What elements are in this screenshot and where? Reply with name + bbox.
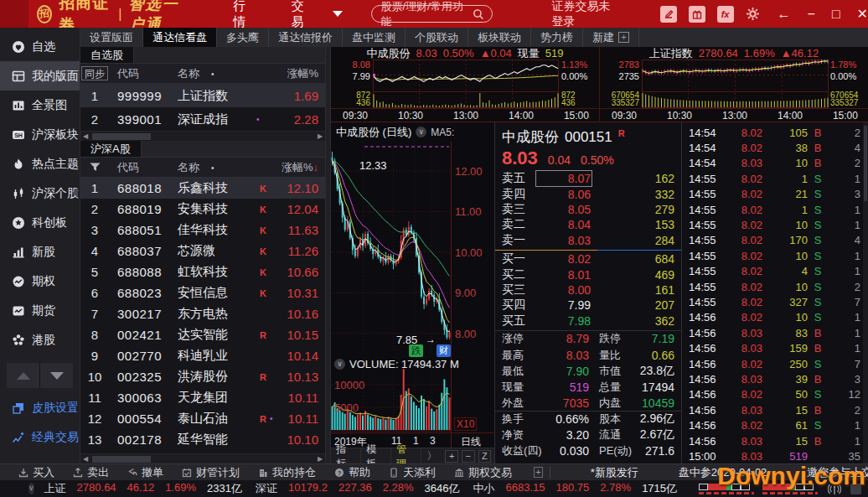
notice-new-issues[interactable]: *新股发行 <box>591 465 638 480</box>
sidebar-item-panorama[interactable]: 全景图 <box>0 91 80 120</box>
stock-row[interactable]: 8 002421 达实智能 R 10.15 <box>80 324 325 345</box>
sidebar-item-hot-themes[interactable]: 热点主题 <box>0 149 80 179</box>
notice-midday-ref[interactable]: 盘中参2020-04-02 <box>679 465 767 480</box>
tick-row[interactable]: 14:54 8.02 105 B 2 <box>682 125 864 140</box>
minimize-button[interactable]: − <box>808 7 815 22</box>
minichart-zhongcheng[interactable]: 中成股份 8.03 0.50% ▲0.04 现量 519 8.08 7.99 8… <box>331 47 599 122</box>
scroll-right-icon[interactable]: ▶ <box>315 455 325 463</box>
layout-tab[interactable]: 盘中监测 <box>343 28 406 47</box>
scroll-thumb[interactable] <box>864 126 867 201</box>
stock-row[interactable]: 4 688037 芯源微 K 11.26 <box>80 241 325 261</box>
tick-row[interactable]: 14:56 8.02 250 S 7 <box>682 356 864 371</box>
edit-icon[interactable] <box>660 6 677 23</box>
col-change[interactable]: 涨幅% <box>261 66 325 81</box>
tick-row[interactable]: 14:55 8.02 170 S 4 <box>682 233 864 248</box>
tool-templates[interactable]: 模板 <box>361 448 391 464</box>
sidebar-item-my-layout[interactable]: 我的版面 <box>0 61 80 91</box>
tick-row[interactable]: 14:55 8.02 10 S 2 <box>682 279 864 294</box>
scroll-down-button[interactable] <box>40 363 73 388</box>
tick-row[interactable]: 15:00 8.03 519 35 <box>682 448 864 463</box>
index-shenzhen[interactable]: 深证10179.2227.362.28%3646亿 <box>256 481 460 496</box>
tab-hs-a[interactable]: 沪深A股 <box>80 141 142 157</box>
tick-row[interactable]: 14:55 8.02 327 S 7 <box>682 294 864 309</box>
sidebar-item-hs-sectors[interactable]: SH沪深板块 <box>0 120 80 149</box>
stock-row[interactable]: 3 688051 佳华科技 K 11.63 <box>80 220 325 241</box>
wealth-plan-button[interactable]: 财管计划 <box>182 465 240 480</box>
intraday-plot[interactable] <box>373 60 559 108</box>
col-code[interactable]: 代码 <box>109 66 174 81</box>
layout-tab[interactable]: 设置版面 <box>80 28 143 47</box>
layout-tab[interactable]: 通达信看盘 <box>143 28 217 47</box>
zoom-in-button[interactable]: + <box>445 450 458 463</box>
collapse-caret-icon[interactable] <box>72 188 78 198</box>
sidebar-item-skin-settings[interactable]: 皮肤设置 <box>0 393 80 422</box>
layout-tab[interactable]: 势力榜 <box>531 28 583 47</box>
kline-pane[interactable]: 中成股份 (日线) ∨ MA5: 12.0011.0010.009.008.00… <box>331 122 494 464</box>
tick-row[interactable]: 14:55 8.02 10 S 1 <box>682 248 864 263</box>
scroll-thumb[interactable] <box>92 456 151 463</box>
intraday-plot[interactable] <box>642 60 829 108</box>
tick-row[interactable]: 14:55 8.02 10 S 1 <box>682 217 864 232</box>
tick-row[interactable]: 14:54 8.02 38 B 4 <box>682 140 864 155</box>
scroll-up-button[interactable] <box>7 363 40 388</box>
layout-tab[interactable]: 新建 + <box>583 28 639 47</box>
bid-row[interactable]: 买五 7.98 362 <box>495 313 681 329</box>
sell-button[interactable]: 卖出 <box>73 465 109 480</box>
stock-row[interactable]: 6 688023 安恒信息 K 10.31 <box>80 282 325 303</box>
tick-row[interactable]: 14:56 8.03 159 B 1 <box>682 340 864 355</box>
tick-row[interactable]: 14:56 8.02 10 S 1 <box>682 310 864 325</box>
statusbar-chevron-icon[interactable]: ∨ <box>28 483 34 494</box>
watchlist-row[interactable]: 1 999999 上证指数 1.69 <box>80 84 325 107</box>
stock-row[interactable]: 10 002325 洪涛股份 R 10.13 <box>80 366 325 387</box>
tool-manage[interactable]: 管理 <box>391 448 421 464</box>
ask-row[interactable]: 卖二 8.04 153 <box>495 217 681 232</box>
formula-fx-icon[interactable]: fx <box>717 6 734 23</box>
ask-row[interactable]: 卖三 8.05 279 <box>495 202 681 217</box>
tick-row[interactable]: 14:55 8.02 1 S 1 <box>682 202 864 217</box>
volume-chart[interactable] <box>331 362 451 432</box>
tick-row[interactable]: 14:56 8.03 83 B 1 <box>682 325 864 340</box>
scroll-thumb[interactable] <box>92 133 151 140</box>
stock-row[interactable]: 11 300063 天龙集团 10.11 <box>80 387 325 408</box>
ask-row[interactable]: 卖五 8.07 162 <box>495 171 681 186</box>
cancel-order-button[interactable]: 撤单 <box>127 465 163 480</box>
tick-row[interactable]: 14:56 8.03 15 B 1 <box>682 433 864 448</box>
tick-row[interactable]: 14:55 8.02 21 S 3 <box>682 187 864 202</box>
sync-button[interactable]: 同步 <box>81 66 108 80</box>
sidebar-item-options[interactable]: 期权 <box>0 267 80 296</box>
gift-icon[interactable] <box>689 6 705 23</box>
notice-invite[interactable]: 邀您参与上交所新 <box>807 465 868 480</box>
tick-row[interactable]: 14:54 8.03 10 B 2 <box>682 156 864 171</box>
hs-a-hscrollbar[interactable]: ◀▶ <box>80 453 325 463</box>
watchlist-hscrollbar[interactable]: ◀▶ <box>80 131 325 141</box>
index-sme[interactable]: 中小6683.15180.752.78%1715亿 <box>473 481 678 496</box>
bid-row[interactable]: 买一 8.02 684 <box>495 251 681 267</box>
scroll-left-icon[interactable]: ◀ <box>80 455 90 463</box>
layout-tab[interactable]: 个股联动 <box>406 28 468 47</box>
col-change-sorted[interactable]: 涨幅%↓ <box>261 160 325 175</box>
layout-tab[interactable]: 通达信报价 <box>269 28 343 47</box>
stock-row[interactable]: 12 000554 泰山石油 R • 10.11 <box>80 408 325 429</box>
sidebar-item-new-stocks[interactable]: 新股 <box>0 237 80 267</box>
maximize-button[interactable]: □ <box>832 7 840 22</box>
sidebar-item-watchlist[interactable]: 自选 <box>0 32 80 61</box>
options-trade-button[interactable]: 期权交易 <box>454 465 512 480</box>
toolbar-add-button[interactable]: + <box>534 467 543 478</box>
tiantianli-button[interactable]: 天添利 <box>389 465 436 480</box>
tab-watchlist[interactable]: 自选股 <box>80 47 134 63</box>
col-code[interactable]: 代码 <box>109 160 174 175</box>
tick-row[interactable]: 14:56 8.03 15 B 2 <box>682 402 864 417</box>
layout-tab[interactable]: 板块联动 <box>468 28 531 47</box>
stock-row[interactable]: 13 002178 延华智能 10.10 <box>80 429 325 450</box>
index-shanghai[interactable]: 上证2780.6446.121.69%2331亿 <box>44 481 242 496</box>
stock-row[interactable]: 5 688088 虹软科技 K 10.66 <box>80 261 325 282</box>
tool-indicators[interactable]: 指标 <box>331 448 361 464</box>
vertical-splitter[interactable] <box>325 47 331 463</box>
col-name[interactable]: 名称• <box>174 160 261 175</box>
stock-row[interactable]: 9 002770 科迪乳业 10.14 <box>80 345 325 366</box>
stock-row[interactable]: 2 688019 安集科技 K 12.04 <box>80 199 325 220</box>
bid-row[interactable]: 买三 8.00 161 <box>495 282 681 298</box>
help-button[interactable]: ?帮助 <box>334 465 370 480</box>
bid-row[interactable]: 买四 7.99 207 <box>495 298 681 313</box>
compress-button[interactable]: Z <box>478 450 492 463</box>
